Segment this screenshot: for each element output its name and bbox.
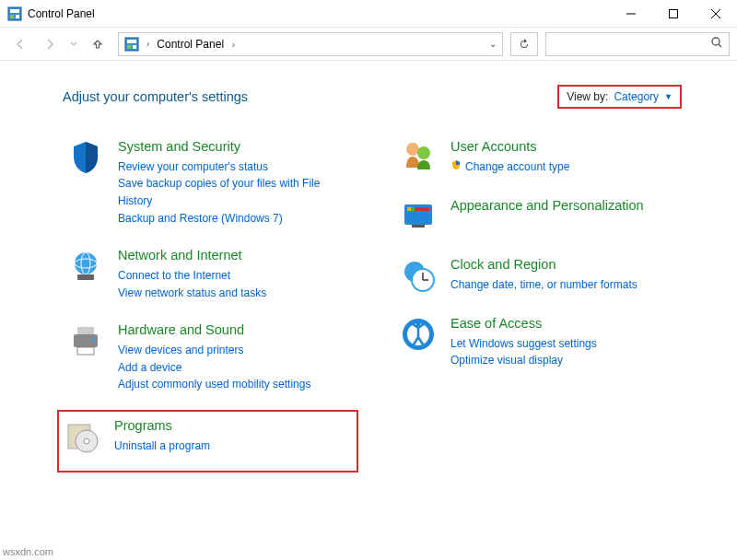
- category-link[interactable]: Let Windows suggest settings: [450, 335, 597, 353]
- maximize-button[interactable]: [652, 0, 695, 28]
- monitor-icon: [399, 197, 438, 236]
- navigation-bar: › Control Panel › ⌄: [0, 28, 737, 61]
- svg-rect-1: [10, 9, 19, 13]
- search-box[interactable]: [545, 32, 730, 56]
- window-title: Control Panel: [28, 7, 610, 20]
- category-title[interactable]: Programs: [114, 417, 210, 435]
- chevron-right-icon: ›: [232, 40, 235, 50]
- category-title[interactable]: Network and Internet: [118, 247, 266, 264]
- category-programs[interactable]: Programs Uninstall a program: [57, 410, 358, 472]
- svg-point-38: [416, 322, 421, 327]
- svg-rect-11: [133, 45, 136, 49]
- viewby-value: Category: [614, 90, 659, 103]
- category-appearance[interactable]: Appearance and Personalization: [395, 193, 682, 239]
- category-user-accounts[interactable]: User Accounts Change account type: [395, 134, 682, 181]
- category-link[interactable]: Adjust commonly used mobility settings: [118, 376, 310, 393]
- svg-point-24: [84, 438, 89, 444]
- right-column: User Accounts Change account type Appear…: [395, 134, 682, 485]
- category-link[interactable]: Connect to the Internet: [118, 267, 266, 285]
- svg-rect-9: [127, 40, 136, 43]
- category-link[interactable]: Save backup copies of your files with Fi…: [118, 175, 345, 209]
- svg-rect-2: [10, 15, 14, 18]
- viewby-label: View by:: [567, 90, 608, 103]
- category-title[interactable]: Hardware and Sound: [118, 321, 310, 339]
- svg-rect-17: [77, 274, 94, 280]
- recent-button[interactable]: [66, 31, 81, 57]
- globe-icon: [66, 247, 105, 286]
- clock-icon: [399, 256, 438, 295]
- address-bar[interactable]: › Control Panel › ⌄: [118, 32, 503, 56]
- svg-rect-30: [407, 207, 411, 211]
- category-link[interactable]: Review your computer's status: [118, 158, 345, 176]
- disc-icon: [63, 417, 101, 456]
- chevron-right-icon: ›: [146, 39, 149, 49]
- watermark: wsxdn.com: [3, 546, 53, 557]
- svg-rect-20: [77, 347, 94, 355]
- view-by-selector[interactable]: View by: Category ▼: [557, 85, 682, 109]
- breadcrumb[interactable]: Control Panel ›: [157, 38, 484, 51]
- content-area: Adjust your computer's settings View by:…: [0, 61, 737, 485]
- search-input[interactable]: [552, 38, 710, 51]
- page-title: Adjust your computer's settings: [63, 89, 557, 104]
- left-column: System and Security Review your computer…: [63, 134, 349, 485]
- minimize-button[interactable]: [610, 0, 652, 28]
- chevron-down-icon: ▼: [664, 92, 673, 101]
- svg-point-26: [417, 146, 430, 159]
- category-link[interactable]: Add a device: [118, 359, 310, 377]
- control-panel-icon: [124, 37, 139, 52]
- control-panel-icon: [7, 6, 22, 21]
- accessibility-icon: [399, 315, 438, 354]
- search-icon: [710, 36, 723, 52]
- category-title[interactable]: Clock and Region: [450, 256, 638, 274]
- svg-rect-19: [77, 327, 94, 334]
- window-titlebar: Control Panel: [0, 0, 737, 28]
- category-system-security[interactable]: System and Security Review your computer…: [63, 134, 349, 230]
- category-link[interactable]: Optimize visual display: [450, 352, 597, 369]
- printer-icon: [66, 321, 105, 360]
- svg-point-12: [712, 38, 719, 45]
- svg-line-13: [719, 44, 721, 47]
- refresh-button[interactable]: [510, 32, 538, 56]
- svg-point-25: [406, 143, 419, 156]
- category-title[interactable]: User Accounts: [450, 138, 569, 156]
- users-icon: [399, 138, 438, 177]
- category-clock-region[interactable]: Clock and Region Change date, time, or n…: [395, 252, 682, 298]
- svg-rect-3: [16, 15, 19, 18]
- category-title[interactable]: Ease of Access: [450, 315, 597, 332]
- category-network[interactable]: Network and Internet Connect to the Inte…: [63, 243, 349, 305]
- category-link[interactable]: Change date, time, or number formats: [450, 276, 638, 294]
- close-button[interactable]: [695, 0, 737, 28]
- back-button[interactable]: [7, 31, 33, 57]
- category-link[interactable]: Uninstall a program: [114, 438, 210, 455]
- svg-rect-5: [670, 9, 678, 18]
- svg-rect-10: [127, 45, 131, 49]
- category-title[interactable]: System and Security: [118, 138, 345, 156]
- category-hardware[interactable]: Hardware and Sound View devices and prin…: [63, 318, 349, 397]
- category-link[interactable]: View network status and tasks: [118, 285, 266, 302]
- svg-point-14: [75, 252, 97, 274]
- chevron-down-icon[interactable]: ⌄: [489, 39, 497, 49]
- category-link[interactable]: Change account type: [450, 158, 569, 176]
- category-link[interactable]: View devices and printers: [118, 342, 310, 359]
- svg-rect-31: [412, 225, 425, 228]
- category-link[interactable]: Backup and Restore (Windows 7): [118, 210, 345, 228]
- shield-icon: [66, 138, 105, 177]
- up-button[interactable]: [85, 31, 111, 57]
- category-ease-of-access[interactable]: Ease of Access Let Windows suggest setti…: [395, 311, 682, 373]
- forward-button[interactable]: [37, 31, 63, 57]
- svg-point-21: [92, 338, 96, 342]
- uac-shield-icon: [450, 158, 462, 176]
- category-title[interactable]: Appearance and Personalization: [450, 197, 644, 215]
